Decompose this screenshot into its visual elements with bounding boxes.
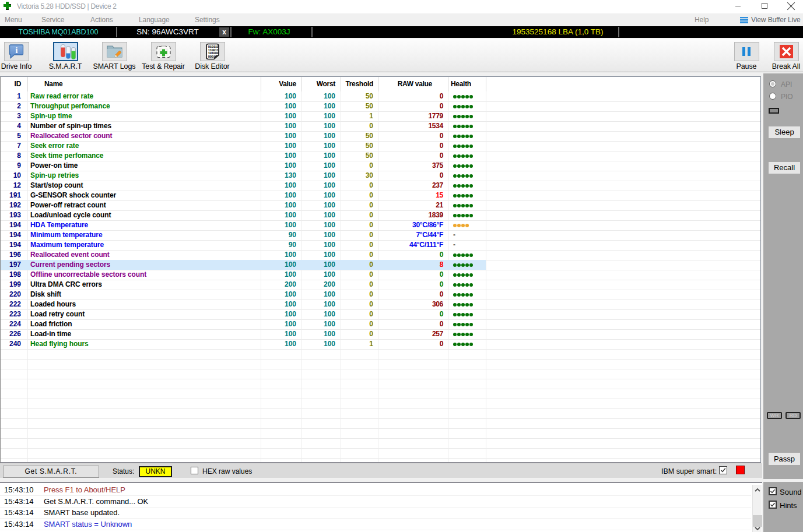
svg-text:0001: 0001 (208, 55, 216, 59)
svg-text:i: i (16, 46, 18, 55)
